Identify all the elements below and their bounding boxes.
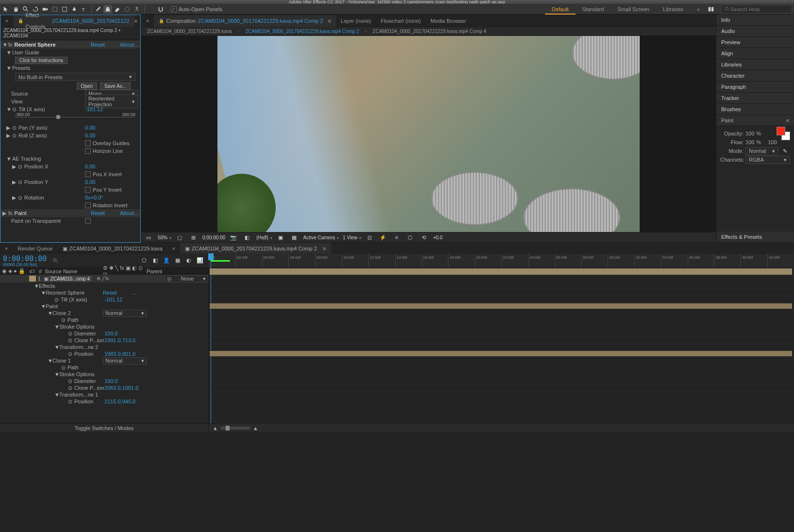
effect-controls-tab[interactable]: 🔒 Effect Controls ZCAM0104_0000_20170422… — [13, 15, 134, 27]
open-button[interactable]: Open — [77, 83, 97, 90]
workspace-standard[interactable]: Standard — [576, 4, 611, 15]
close-tab-icon[interactable]: × — [0, 243, 13, 254]
paint-panel-header[interactable]: Paint≡ — [716, 115, 794, 126]
text-tool-icon[interactable]: T — [80, 5, 88, 14]
fast-previews-icon[interactable]: ⚡ — [379, 233, 387, 242]
layer-color-label[interactable] — [29, 276, 36, 282]
timeline-tab-2[interactable]: ▣ ZCAM0104_0000_201704221229.kava.mp4 Co… — [180, 243, 331, 254]
clone1-clonepos-value[interactable]: 2063.0,1001.0 — [104, 385, 138, 391]
clone2-clonepos-value[interactable]: 1991.0,713.0 — [104, 337, 135, 343]
workspace-default[interactable]: Default — [545, 4, 576, 15]
clone1-stroke-options[interactable]: Stroke Options — [59, 371, 95, 377]
effects-group[interactable]: Effects — [39, 283, 55, 289]
exposure-value[interactable]: +0.0 — [433, 235, 443, 240]
options-link[interactable]: ... — [132, 290, 136, 296]
roll-value[interactable]: 0.00 — [85, 133, 138, 138]
comp-flowchart-icon[interactable]: ⬡ — [406, 233, 414, 242]
eraser-tool-icon[interactable] — [113, 5, 122, 14]
clone2-mode-dropdown[interactable]: Normal ▾ — [103, 310, 147, 317]
graph-editor-icon[interactable]: 📊 — [196, 256, 204, 265]
panel-menu-icon[interactable]: ≡ — [323, 243, 326, 254]
posy-value[interactable]: 0.00 — [85, 179, 138, 185]
close-tab-icon[interactable]: × — [141, 15, 154, 27]
clone2-stroke-options[interactable]: Stroke Options — [59, 324, 95, 330]
flowchart-tab[interactable]: Flowchart (none) — [376, 15, 426, 27]
horizon-line-checkbox[interactable] — [85, 148, 91, 154]
layer-name[interactable]: ZCAM010...omp 4 — [49, 276, 92, 282]
paint-effect[interactable]: Paint — [46, 303, 58, 309]
fx-paint-header[interactable]: ▶fx Paint Reset About... — [0, 209, 140, 217]
search-help-input[interactable] — [730, 6, 789, 12]
info-panel-header[interactable]: Info — [716, 15, 794, 26]
workspace-reset-icon[interactable] — [707, 5, 715, 14]
pan-value[interactable]: 0.00 — [85, 125, 138, 131]
click-instructions-button[interactable]: Click for Instructions — [15, 57, 67, 64]
clone2-diameter-value[interactable]: 100.0 — [104, 331, 118, 336]
posx-invert-checkbox[interactable] — [85, 171, 91, 177]
media-browser-tab[interactable]: Media Browser — [426, 15, 471, 27]
timeline-tab-1[interactable]: ▣ ZCAM0104_0000_201704221229.kava — [58, 243, 167, 254]
channel-icon[interactable]: ◧ — [243, 233, 251, 242]
subtab-a[interactable]: ZCAM0104_0000_201704221229.kava — [144, 29, 235, 34]
clone1-transform[interactable]: Transform...ne 1 — [59, 392, 98, 398]
views-dropdown[interactable]: 1 View — [343, 235, 361, 240]
rotation-invert-checkbox[interactable] — [85, 202, 91, 208]
character-panel-header[interactable]: Character — [716, 70, 794, 82]
channels-dropdown[interactable]: RGBA▾ — [745, 156, 790, 164]
grid-icon[interactable]: ⊞ — [189, 233, 198, 242]
shape-tool-icon[interactable] — [60, 5, 69, 14]
magnification-icon[interactable]: ▭ — [144, 233, 153, 242]
pixel-aspect-icon[interactable]: ⊡ — [365, 233, 374, 242]
pan-behind-tool-icon[interactable] — [50, 5, 59, 14]
frame-blend-icon[interactable]: ▦ — [173, 256, 182, 265]
libraries-panel-header[interactable]: Libraries — [716, 59, 794, 70]
zoom-slider[interactable] — [221, 427, 250, 430]
roto-brush-tool-icon[interactable] — [123, 5, 132, 14]
clone1-position-value[interactable]: 2115.0,945.0 — [104, 399, 135, 404]
snapping-icon[interactable] — [156, 5, 165, 14]
posy-invert-checkbox[interactable] — [85, 187, 91, 193]
camera-dropdown[interactable]: Active Camera — [303, 235, 339, 240]
tilt-value[interactable]: -101.12 — [85, 106, 138, 112]
resolution-icon[interactable]: ▢ — [175, 233, 184, 242]
render-queue-tab[interactable]: Render Queue — [13, 243, 57, 254]
clone1-bar[interactable] — [210, 351, 792, 356]
snapshot-icon[interactable]: 📷 — [229, 233, 238, 242]
timeline-search-input[interactable] — [59, 258, 117, 264]
clone2[interactable]: Clone 2 — [52, 310, 103, 316]
rotation-value[interactable]: 0x+0.0° — [85, 195, 138, 200]
panel-menu-icon[interactable]: ≡ — [328, 15, 331, 27]
tilt-prop-value[interactable]: -101.12 — [104, 297, 122, 302]
subtab-c[interactable]: ZCAM0104_0000_201704221229.kava.mp4 Comp… — [370, 29, 490, 34]
about-link[interactable]: About... — [120, 210, 138, 216]
align-panel-header[interactable]: Align — [716, 48, 794, 59]
col-source[interactable]: Source Name — [45, 268, 103, 274]
about-link[interactable]: About... — [120, 42, 138, 48]
puppet-tool-icon[interactable] — [132, 5, 141, 14]
preview-panel-header[interactable]: Preview — [716, 37, 794, 48]
clone2-transform[interactable]: Transform...ne 2 — [59, 344, 98, 350]
overlay-guides-checkbox[interactable] — [85, 140, 91, 146]
clone1[interactable]: Clone 1 — [52, 358, 103, 364]
shy-icon[interactable]: 👤 — [162, 256, 171, 265]
composition-viewer[interactable] — [141, 36, 716, 232]
tracker-panel-header[interactable]: Tracker — [716, 93, 794, 104]
current-timecode[interactable]: 0:00:00:00 — [3, 254, 47, 263]
workspace-libraries[interactable]: Libraries — [656, 4, 690, 15]
eyedropper-icon[interactable]: ✎ — [780, 147, 789, 155]
opacity-value[interactable]: 100 — [745, 131, 754, 136]
roi-icon[interactable]: ▣ — [276, 233, 285, 242]
workspace-overflow-icon[interactable]: » — [690, 4, 707, 15]
toggle-switches-modes[interactable]: Toggle Switches / Modes — [75, 425, 134, 431]
workspace-small-screen[interactable]: Small Screen — [611, 4, 656, 15]
clone1-diameter-value[interactable]: 100.0 — [104, 378, 118, 384]
color-swatches[interactable] — [777, 127, 790, 140]
mode-dropdown[interactable]: Normal▾ — [745, 147, 778, 155]
zoom-in-icon[interactable]: ▲ — [253, 425, 258, 431]
posx-value[interactable]: 0.00 — [85, 164, 138, 169]
draft-3d-icon[interactable]: ◧ — [151, 256, 160, 265]
close-tab-icon[interactable]: × — [167, 243, 180, 254]
brushes-panel-header[interactable]: Brushes — [716, 104, 794, 115]
auto-open-panels-checkbox[interactable]: Auto-Open Panels — [171, 6, 222, 12]
timeline-icon[interactable]: ≡ — [392, 233, 401, 242]
